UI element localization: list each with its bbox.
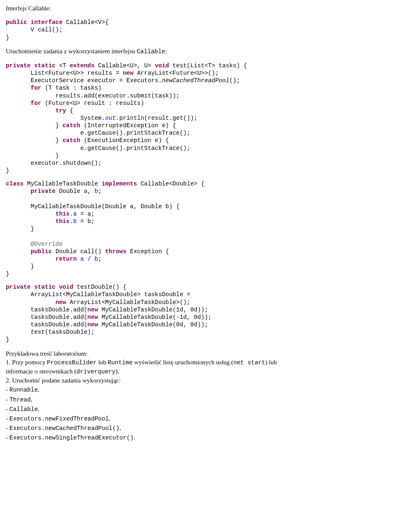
list-item-runnable: Runnable <box>10 387 38 393</box>
indent <box>6 241 31 247</box>
indent <box>6 100 31 107</box>
txt: (T task : tasks) <box>41 85 102 91</box>
field-a: a <box>80 256 84 262</box>
inline-code-runtime: Runtime <box>108 359 133 366</box>
txt: ArrayList<MyCallableTaskDouble> tasksDou… <box>6 291 391 298</box>
txt: MyCallableTaskDouble(-1d, 0d)); <box>98 314 212 321</box>
txt: = a; <box>77 211 95 217</box>
txt: (); <box>230 77 240 84</box>
code-test-method: private static <T extends Callable<U>, U… <box>6 62 391 174</box>
txt: Double <box>55 188 84 195</box>
static-call: test <box>31 329 45 335</box>
txt: executor.shutdown(); <box>6 159 391 167</box>
colon: : <box>165 48 167 55</box>
txt: } <box>6 336 391 343</box>
kw: try <box>55 107 66 114</box>
txt: tasksDouble.add( <box>6 306 87 313</box>
txt: . <box>69 218 73 225</box>
kw: private <box>6 284 31 290</box>
inline-code-netstart: net start <box>233 359 265 366</box>
ctor-decl: MyCallableTaskDouble(Double a, Double b)… <box>6 203 391 210</box>
inline-code-callable: Callable <box>137 48 165 55</box>
q2: 2. Uruchomić podane zadania wykorzystują… <box>6 376 391 384</box>
indent <box>6 299 55 306</box>
kw: catch <box>62 122 80 129</box>
code-callable-interface: public interface Callable<V>{ V call();} <box>6 19 391 41</box>
txt: ; <box>98 256 102 262</box>
txt: (InterruptedException e) { <box>80 122 176 129</box>
q1-part-d: ) lub <box>265 359 277 366</box>
txt: ; <box>98 188 102 195</box>
txt: Exception { <box>127 248 169 255</box>
section-title-run: Uruchomienie zadania z wykorzystaniem in… <box>6 48 137 55</box>
section-title-callable: Interfejs Callable: <box>6 5 51 12</box>
dash: - <box>6 434 10 441</box>
txt: (tasksDouble); <box>45 329 94 335</box>
indent <box>6 329 31 335</box>
txt: tasksDouble.add( <box>6 321 87 328</box>
txt: = b; <box>77 218 95 225</box>
list-item-fixedpool: Executors.newFixedThreadPool <box>10 416 109 422</box>
iface-close: } <box>6 34 391 41</box>
kw: new <box>123 70 134 76</box>
comma: , <box>120 424 121 431</box>
txt: , <box>87 188 94 195</box>
comma: , <box>38 405 40 412</box>
dash: - <box>6 424 10 431</box>
kw: new <box>55 299 66 306</box>
kw: public <box>31 248 52 255</box>
indent <box>6 256 55 262</box>
kw: throws <box>105 248 126 255</box>
kw: new <box>87 306 98 313</box>
txt: } <box>6 263 391 270</box>
field-b: b <box>73 218 77 225</box>
kw: static <box>31 284 55 290</box>
iface-method: V call(); <box>6 26 391 33</box>
list-item-thread: Thread <box>10 397 31 403</box>
indent <box>6 85 31 91</box>
txt: (Future<U> result : results) <box>41 100 144 107</box>
indent <box>6 248 31 255</box>
kw: implements <box>102 180 137 187</box>
txt: .println(result.get()); <box>116 115 197 121</box>
kw: void <box>55 284 73 290</box>
period: . <box>134 434 135 441</box>
field-b: b <box>95 188 98 195</box>
kw: this <box>55 218 69 225</box>
code-class-mycallable: class MyCallableTaskDouble implements Ca… <box>6 180 391 278</box>
kw: new <box>87 314 98 321</box>
kw: private <box>31 188 55 195</box>
indent: System. <box>6 115 105 121</box>
kw: void <box>155 62 169 69</box>
txt: } <box>6 167 391 174</box>
txt: { <box>66 107 73 114</box>
txt: MyCallableTaskDouble(1d, 0d)); <box>98 306 208 313</box>
txt: Callable<Double> { <box>137 180 204 187</box>
kw: for <box>31 85 41 91</box>
indent <box>6 218 55 225</box>
txt: } <box>6 152 391 159</box>
txt <box>77 256 81 262</box>
annotation-override: @Override <box>31 241 62 247</box>
txt: MyCallableTaskDouble(0d, 0d)); <box>98 321 208 328</box>
field-out: out <box>105 115 116 121</box>
comma: , <box>31 396 32 403</box>
txt: test(List<T> tasks) { <box>169 62 247 69</box>
kw: this <box>55 211 69 217</box>
list-item-cachedpool: Executors.newCachedThreadPool() <box>10 425 120 432</box>
list-item-singlethread: Executors.newSingleThreadExecutor() <box>10 435 134 441</box>
indent <box>6 188 31 195</box>
field-a: a <box>73 211 77 217</box>
comma: , <box>109 415 110 422</box>
txt: <T <box>55 62 69 69</box>
kw-public: public <box>6 19 27 26</box>
txt: ArrayList<Future<U>>(); <box>134 70 219 76</box>
q1-part-c: wyświetlić listę uruchomionych usług ( <box>133 359 233 366</box>
txt: Double call() <box>52 248 105 255</box>
dash: - <box>6 405 10 412</box>
q1-part-a: 1. Przy pomocy <box>6 359 47 366</box>
txt: / <box>84 256 95 262</box>
txt: } <box>6 225 391 233</box>
txt: results.add(executor.submit(task)); <box>6 92 391 100</box>
txt: } <box>6 122 62 129</box>
